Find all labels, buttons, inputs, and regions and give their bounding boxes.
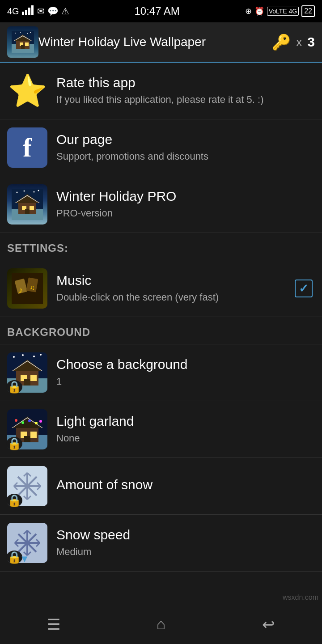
snow-speed-text: Snow speed Medium xyxy=(56,527,315,559)
app-icon xyxy=(7,26,38,58)
app-header: Winter Holiday Live Wallpaper 🔑 x 3 xyxy=(0,22,322,63)
music-item[interactable]: ♪ ♫ Music Double-click on the screen (ve… xyxy=(0,260,322,317)
back-icon: ↩ xyxy=(262,615,275,633)
app-title: Winter Holiday Live Wallpaper xyxy=(38,35,272,49)
choose-background-item[interactable]: 🔒 Choose a background 1 xyxy=(0,344,322,401)
light-garland-subtitle: None xyxy=(56,432,315,445)
amount-snow-title: Amount of snow xyxy=(56,477,315,492)
nav-menu-button[interactable]: ☰ xyxy=(36,611,72,638)
svg-text:♪: ♪ xyxy=(18,285,23,295)
our-page-subtitle: Support, promotions and discounts xyxy=(56,150,315,164)
hamburger-menu-icon: ☰ xyxy=(47,615,60,633)
winter-pro-title: Winter Holiday PRO xyxy=(56,189,315,204)
svg-rect-1 xyxy=(25,10,27,15)
winter-pro-text: Winter Holiday PRO PRO-version xyxy=(56,189,315,220)
facebook-icon: f xyxy=(7,127,47,168)
count-badge: 3 xyxy=(307,34,315,50)
snow-speed-subtitle: Medium xyxy=(56,545,315,559)
star-icon: ⭐ xyxy=(7,71,47,111)
amount-snow-item[interactable]: 🔒 Amount of snow xyxy=(0,458,322,515)
warning-icon: ⚠ xyxy=(61,6,69,17)
svg-point-58 xyxy=(39,420,42,423)
x-label: x xyxy=(296,35,302,49)
svg-rect-2 xyxy=(28,8,30,15)
header-actions: 🔑 x 3 xyxy=(272,33,315,51)
lock-icon-garland: 🔒 xyxy=(6,437,22,450)
svg-rect-0 xyxy=(22,12,24,15)
amount-snow-icon-wrapper: 🔒 xyxy=(7,466,47,506)
battery-indicator: 22 xyxy=(301,5,315,17)
status-time: 10:47 AM xyxy=(134,5,179,17)
watermark: wsxdn.com xyxy=(283,593,318,602)
bottom-navigation: ☰ ⌂ ↩ xyxy=(0,604,322,644)
svg-point-16 xyxy=(30,32,31,33)
choose-background-title: Choose a background xyxy=(56,357,315,372)
svg-rect-24 xyxy=(25,209,30,214)
home-icon: ⌂ xyxy=(157,615,166,633)
light-garland-icon-wrapper: 🔒 xyxy=(7,409,47,449)
music-subtitle: Double-click on the screen (very fast) xyxy=(56,291,288,305)
music-checkbox[interactable] xyxy=(295,280,313,297)
svg-rect-12 xyxy=(21,45,25,49)
signal-4g: 4G xyxy=(7,6,19,17)
light-garland-text: Light garland None xyxy=(56,414,315,445)
nav-back-button[interactable]: ↩ xyxy=(250,611,286,638)
svg-rect-23 xyxy=(30,206,34,210)
svg-point-27 xyxy=(34,191,35,193)
bluetooth-icon: ⊕ xyxy=(245,6,252,16)
choose-background-icon-wrapper: 🔒 xyxy=(7,352,47,393)
svg-text:♫: ♫ xyxy=(30,284,35,291)
key-icon[interactable]: 🔑 xyxy=(272,33,291,51)
choose-background-subtitle: 1 xyxy=(56,375,315,389)
settings-section-header: SETTINGS: xyxy=(0,233,322,260)
winter-pro-item[interactable]: Winter Holiday PRO PRO-version xyxy=(0,176,322,233)
svg-point-42 xyxy=(13,356,15,358)
winter-pro-icon xyxy=(7,184,47,225)
svg-point-55 xyxy=(21,421,24,424)
winter-pro-subtitle: PRO-version xyxy=(56,207,315,220)
music-icon: ♪ ♫ xyxy=(7,268,47,309)
rate-app-item[interactable]: ⭐ Rate this app If you liked this applic… xyxy=(0,63,322,119)
choose-background-text: Choose a background 1 xyxy=(56,357,315,389)
music-text: Music Double-click on the screen (very f… xyxy=(56,273,288,305)
our-page-text: Our page Support, promotions and discoun… xyxy=(56,132,315,164)
status-right: ⊕ ⏰ VoLTE 4G 22 xyxy=(245,5,315,17)
svg-rect-3 xyxy=(31,5,34,15)
email-icon: ✉ xyxy=(37,6,45,17)
svg-rect-53 xyxy=(24,436,30,442)
svg-point-13 xyxy=(15,33,16,34)
snow-speed-icon-wrapper: 🔒 ▼ xyxy=(7,523,47,563)
our-page-title: Our page xyxy=(56,132,315,147)
content-area: ⭐ Rate this app If you liked this applic… xyxy=(0,63,322,604)
lte-icon: VoLTE 4G xyxy=(267,7,299,16)
svg-rect-41 xyxy=(24,379,30,386)
snow-speed-title: Snow speed xyxy=(56,527,315,542)
svg-point-43 xyxy=(22,354,24,356)
snow-speed-item[interactable]: 🔒 ▼ Snow speed Medium xyxy=(0,515,322,572)
svg-rect-52 xyxy=(30,432,37,438)
music-checkbox-area[interactable] xyxy=(292,277,315,300)
svg-point-14 xyxy=(20,32,21,33)
svg-point-57 xyxy=(35,422,38,424)
our-page-item[interactable]: f Our page Support, promotions and disco… xyxy=(0,119,322,176)
nav-home-button[interactable]: ⌂ xyxy=(143,611,179,638)
svg-rect-40 xyxy=(30,375,37,381)
svg-point-26 xyxy=(24,191,25,192)
signal-bars xyxy=(22,5,34,17)
svg-rect-11 xyxy=(25,42,29,46)
svg-point-15 xyxy=(27,33,28,34)
light-garland-item[interactable]: 🔒 Light garland None xyxy=(0,401,322,458)
amount-snow-text: Amount of snow xyxy=(56,477,315,495)
svg-point-54 xyxy=(15,419,17,422)
music-title: Music xyxy=(56,273,288,288)
svg-point-44 xyxy=(33,356,35,357)
whatsapp-icon: 💬 xyxy=(47,6,59,17)
rate-app-title: Rate this app xyxy=(56,75,315,90)
svg-point-28 xyxy=(38,190,39,191)
lock-icon-snow: 🔒 xyxy=(6,494,22,507)
clock-icon: ⏰ xyxy=(254,6,264,16)
svg-point-56 xyxy=(28,419,31,422)
rate-app-text: Rate this app If you liked this applicat… xyxy=(56,75,315,107)
dropdown-arrow-icon: ▼ xyxy=(20,554,30,564)
status-left: 4G ✉ 💬 ⚠ xyxy=(7,5,69,17)
